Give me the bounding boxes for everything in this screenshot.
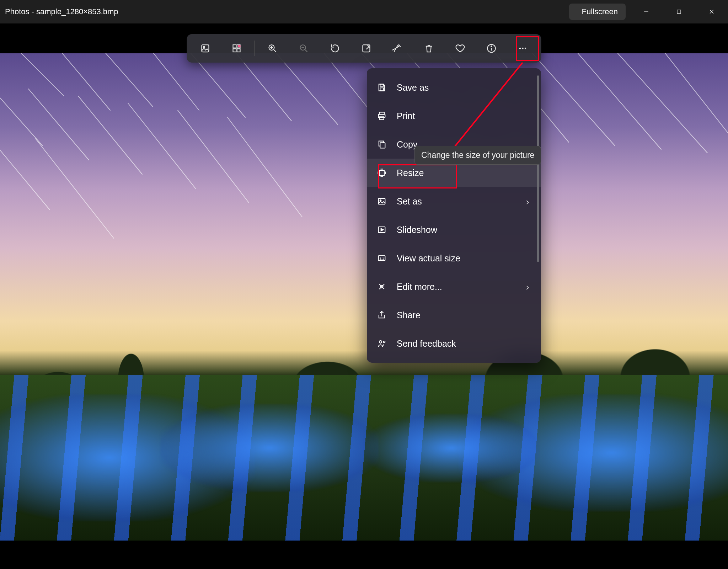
svg-line-22 — [78, 96, 142, 174]
menu-label-print: Print — [397, 111, 531, 121]
slideshow-icon — [377, 225, 387, 235]
menu-item-slideshow[interactable]: Slideshow — [367, 216, 541, 244]
image-canvas[interactable] — [0, 53, 728, 541]
svg-rect-30 — [233, 45, 236, 48]
more-menu: Save as Print Copy Resize Set as Slidesh… — [367, 68, 541, 363]
edit-more-icon — [377, 282, 387, 292]
fullscreen-label: Fullscreen — [582, 7, 618, 16]
rotate-button[interactable] — [322, 38, 348, 58]
toolbar-separator — [255, 41, 255, 56]
svg-point-48 — [525, 48, 526, 49]
svg-rect-50 — [380, 88, 383, 91]
save-icon — [377, 83, 387, 92]
fullscreen-button[interactable]: Fullscreen — [569, 4, 626, 20]
svg-line-19 — [654, 53, 728, 156]
more-button[interactable] — [510, 38, 536, 58]
svg-line-18 — [611, 53, 707, 153]
menu-item-share[interactable]: Share — [367, 301, 541, 329]
favorite-button[interactable] — [448, 38, 473, 58]
svg-line-5 — [53, 53, 110, 110]
svg-line-4 — [14, 53, 64, 96]
svg-text:1:1: 1:1 — [380, 257, 384, 260]
svg-point-45 — [491, 46, 492, 47]
menu-item-actual-size[interactable]: 1:1 View actual size — [367, 244, 541, 272]
menu-item-feedback[interactable]: Send feedback — [367, 329, 541, 358]
svg-point-68 — [384, 341, 385, 343]
svg-line-21 — [28, 89, 89, 160]
svg-line-24 — [178, 110, 249, 203]
chevron-right-icon — [524, 198, 531, 205]
svg-rect-49 — [380, 84, 383, 86]
menu-label-save-as: Save as — [397, 83, 531, 93]
svg-point-34 — [238, 45, 241, 48]
menu-item-print[interactable]: Print — [367, 102, 541, 130]
svg-point-47 — [522, 48, 524, 49]
svg-line-40 — [305, 50, 307, 52]
svg-line-8 — [185, 53, 245, 117]
svg-rect-1 — [677, 10, 681, 14]
svg-line-9 — [228, 53, 291, 121]
toolbar — [187, 34, 541, 63]
svg-rect-54 — [380, 143, 385, 148]
svg-point-46 — [519, 48, 521, 49]
menu-item-save-as[interactable]: Save as — [367, 73, 541, 102]
feedback-icon — [377, 339, 387, 349]
svg-line-6 — [100, 53, 153, 107]
image-view-button[interactable] — [193, 38, 218, 58]
menu-label-resize: Resize — [397, 168, 531, 178]
share-icon — [377, 310, 387, 320]
svg-line-26 — [0, 124, 50, 210]
close-button[interactable] — [695, 0, 728, 23]
resize-icon — [377, 168, 387, 178]
maximize-button[interactable] — [663, 0, 695, 23]
svg-line-17 — [569, 53, 661, 149]
tooltip-resize: Change the size of your picture — [414, 146, 541, 165]
svg-rect-55 — [379, 170, 384, 175]
edit-image-button[interactable] — [354, 38, 379, 58]
set-as-icon — [377, 196, 387, 206]
zoom-in-button[interactable] — [260, 38, 285, 58]
copy-icon — [377, 139, 387, 149]
svg-line-20 — [0, 82, 43, 146]
chevron-right-icon — [524, 283, 531, 290]
info-button[interactable] — [479, 38, 504, 58]
menu-label-set-as: Set as — [397, 196, 514, 207]
menu-label-actual-size: View actual size — [397, 253, 531, 264]
viewport: Save as Print Copy Resize Set as Slidesh… — [0, 23, 728, 569]
menu-item-set-as[interactable]: Set as — [367, 187, 541, 216]
actual-size-icon: 1:1 — [377, 253, 387, 263]
svg-line-10 — [270, 53, 338, 124]
markup-button[interactable] — [385, 38, 411, 58]
svg-rect-33 — [237, 49, 240, 52]
svg-rect-28 — [202, 45, 209, 52]
window-title: Photos - sample_1280×853.bmp — [0, 7, 118, 16]
svg-rect-60 — [379, 198, 385, 204]
delete-button[interactable] — [416, 38, 442, 58]
menu-label-slideshow: Slideshow — [397, 225, 531, 235]
zoom-out-button[interactable] — [291, 38, 317, 58]
svg-line-36 — [274, 50, 276, 52]
print-icon — [377, 111, 387, 121]
window-controls — [630, 0, 728, 23]
menu-label-feedback: Send feedback — [397, 339, 531, 349]
menu-item-edit-more[interactable]: Edit more... — [367, 272, 541, 301]
svg-rect-32 — [233, 49, 236, 52]
svg-rect-53 — [380, 117, 384, 119]
svg-line-27 — [36, 139, 114, 238]
svg-point-29 — [203, 46, 205, 48]
svg-marker-63 — [381, 229, 384, 231]
svg-line-25 — [228, 117, 302, 217]
menu-label-edit-more: Edit more... — [397, 282, 514, 292]
svg-line-23 — [128, 103, 196, 188]
menu-label-share: Share — [397, 310, 531, 320]
minimize-button[interactable] — [630, 0, 663, 23]
svg-point-67 — [379, 341, 382, 343]
menu-scrollbar[interactable] — [537, 75, 539, 262]
titlebar: Photos - sample_1280×853.bmp Fullscreen — [0, 0, 728, 23]
view-all-button[interactable] — [224, 38, 250, 58]
